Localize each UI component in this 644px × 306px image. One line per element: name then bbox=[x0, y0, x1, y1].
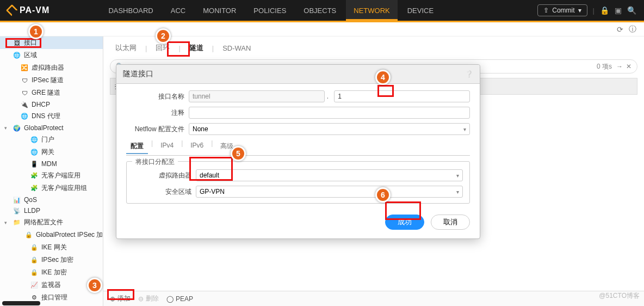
interface-name-input bbox=[189, 90, 325, 102]
assign-fieldset: 将接口分配至 虚拟路由器 default ▾ 安全区域 GP-VPN ▾ bbox=[126, 161, 470, 204]
vr-value: default bbox=[200, 172, 219, 179]
help-icon[interactable]: ❔ bbox=[465, 70, 473, 78]
netflow-value: None bbox=[193, 125, 208, 133]
dialog-footer: 成功 取消 bbox=[116, 212, 480, 238]
zone-value: GP-VPN bbox=[200, 188, 225, 195]
dialog-tabs: 配置|IPv4|IPv6|高级 bbox=[126, 139, 470, 156]
dialog-tab[interactable]: IPv4 bbox=[156, 139, 178, 154]
dialog-tab[interactable]: 配置 bbox=[126, 139, 148, 154]
assign-legend: 将接口分配至 bbox=[132, 157, 178, 167]
dialog-title: 隧道接口 bbox=[123, 69, 153, 79]
name-label: 接口名称 bbox=[126, 92, 189, 101]
chevron-down-icon: ▾ bbox=[463, 126, 466, 132]
ok-button[interactable]: 成功 bbox=[385, 215, 424, 230]
chevron-down-icon: ▾ bbox=[456, 173, 459, 179]
comment-label: 注释 bbox=[126, 108, 189, 118]
dialog-body: 接口名称 . 注释 Netflow 配置文件 None ▾ 配置|IPv4|IP… bbox=[116, 84, 480, 212]
dialog-tab[interactable]: IPv6 bbox=[186, 139, 208, 154]
comment-input[interactable] bbox=[189, 107, 470, 119]
cancel-button[interactable]: 取消 bbox=[431, 215, 470, 230]
tunnel-interface-dialog: 隧道接口 ❔ 接口名称 . 注释 Netflow 配置文件 None ▾ 配置|… bbox=[116, 64, 480, 239]
dot: . bbox=[327, 93, 329, 100]
zone-label: 安全区域 bbox=[133, 187, 196, 197]
chevron-down-icon: ▾ bbox=[456, 189, 459, 195]
dialog-tab[interactable]: 高级 bbox=[216, 139, 238, 154]
vr-label: 虚拟路由器 bbox=[133, 171, 196, 180]
security-zone-select[interactable]: GP-VPN ▾ bbox=[196, 186, 463, 198]
netflow-select[interactable]: None ▾ bbox=[189, 123, 470, 135]
virtual-router-select[interactable]: default ▾ bbox=[196, 169, 463, 181]
watermark: @51CTO博客 bbox=[599, 291, 640, 301]
interface-suffix-input[interactable] bbox=[334, 90, 470, 102]
netflow-label: Netflow 配置文件 bbox=[126, 125, 189, 134]
dialog-header: 隧道接口 ❔ bbox=[116, 65, 480, 84]
